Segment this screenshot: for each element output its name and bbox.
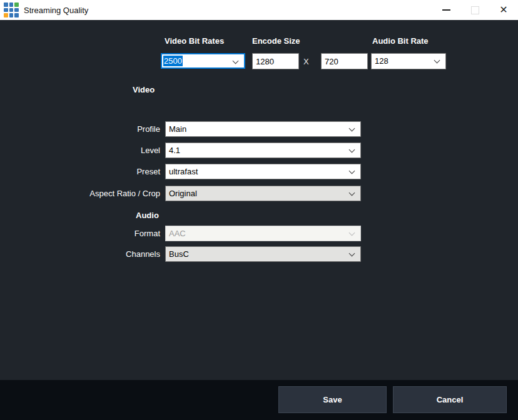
logo-cell [4,2,8,7]
encode-height-input[interactable] [321,53,368,69]
aspect-ratio-crop-combo[interactable]: Original [165,186,361,201]
aspect-ratio-crop-value: Original [169,189,197,198]
encode-size-separator: X [303,57,309,66]
logo-cell [14,8,19,12]
chevron-down-icon [349,126,355,132]
format-combo: AAC [165,226,361,241]
chevron-down-icon [349,168,355,174]
video-bit-rate-value: 2500 [163,56,183,66]
chevron-down-icon [349,251,355,257]
channels-combo[interactable]: BusC [165,246,361,262]
audio-section-header: Audio [136,211,159,220]
profile-value: Main [169,124,186,134]
minimize-icon [442,9,450,11]
profile-label: Profile [19,121,160,137]
audio-bit-rate-label: Audio Bit Rate [372,36,429,46]
minimize-button[interactable] [432,0,460,20]
video-section-header: Video [133,85,155,94]
maximize-button[interactable] [460,0,489,20]
chevron-down-icon [349,147,355,153]
video-bit-rates-label: Video Bit Rates [165,36,224,46]
format-label: Format [19,226,160,241]
level-label: Level [19,142,160,158]
close-icon: ✕ [499,5,507,15]
close-button[interactable]: ✕ [489,0,518,20]
encode-size-label: Encode Size [252,36,300,46]
video-bit-rate-combo[interactable]: 2500 [161,53,245,69]
preset-combo[interactable]: ultrafast [165,164,361,179]
app-logo-icon [4,2,19,18]
preset-label: Preset [19,164,160,179]
level-combo[interactable]: 4.1 [165,142,361,158]
logo-cell [9,2,14,7]
encode-width-input[interactable] [252,53,299,69]
chevron-down-icon [233,58,239,64]
chevron-down-icon [349,190,355,196]
channels-value: BusC [169,249,189,259]
logo-cell [14,2,19,7]
logo-cell [9,8,14,12]
maximize-icon [471,6,479,14]
window-title: Streaming Quality [24,6,88,15]
save-button[interactable]: Save [278,386,387,413]
streaming-quality-dialog: Streaming Quality ✕ Video Bit Rates Enco… [0,0,518,420]
logo-cell [4,13,8,18]
audio-bit-rate-value: 128 [375,56,388,66]
chevron-down-icon [349,230,355,236]
title-bar: Streaming Quality ✕ [0,0,518,20]
cancel-button[interactable]: Cancel [393,386,507,413]
aspect-ratio-crop-label: Aspect Ratio / Crop [19,186,160,201]
logo-cell [14,13,19,18]
format-value: AAC [169,229,186,238]
footer-bar: Save Cancel [0,380,518,420]
window-controls: ✕ [432,0,518,20]
preset-value: ultrafast [169,167,198,176]
profile-combo[interactable]: Main [165,121,361,137]
logo-cell [4,8,8,12]
channels-label: Channels [19,246,160,262]
logo-cell [9,13,14,18]
audio-bit-rate-combo[interactable]: 128 [371,53,446,69]
level-value: 4.1 [169,146,180,155]
chevron-down-icon [434,58,440,64]
